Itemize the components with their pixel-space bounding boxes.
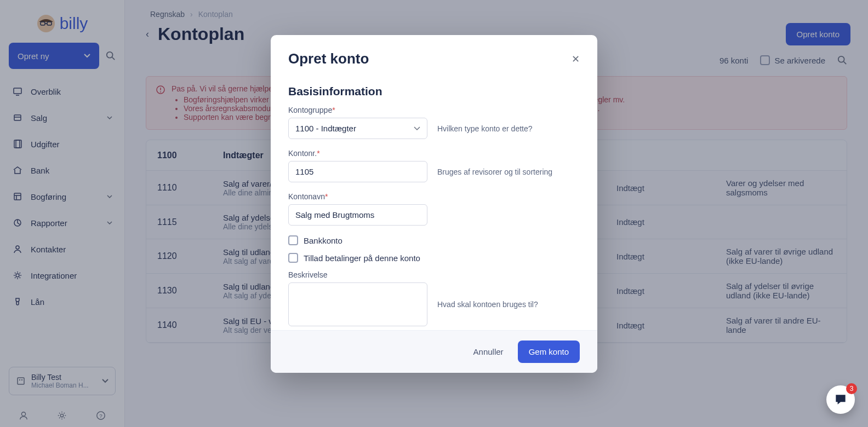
description-hint: Hvad skal kontoen bruges til? xyxy=(437,300,580,309)
bank-account-checkbox[interactable]: Bankkonto xyxy=(288,235,580,245)
checkbox-icon xyxy=(288,253,298,263)
account-number-label: Kontonr.* xyxy=(288,149,580,158)
account-group-hint: Hvilken type konto er dette? xyxy=(437,124,580,133)
close-icon[interactable]: ✕ xyxy=(572,53,580,65)
chat-widget[interactable]: 3 xyxy=(826,385,855,414)
account-group-label: Kontogruppe* xyxy=(288,106,580,114)
section-heading: Basisinformation xyxy=(288,85,580,98)
chat-badge: 3 xyxy=(846,383,857,394)
chevron-down-icon xyxy=(414,126,420,131)
account-group-select[interactable]: 1100 - Indtægter xyxy=(288,118,427,139)
allow-payments-checkbox[interactable]: Tillad betalinger på denne konto xyxy=(288,253,580,263)
modal-title: Opret konto xyxy=(288,50,572,67)
cancel-button[interactable]: Annuller xyxy=(466,341,511,363)
description-textarea[interactable] xyxy=(288,282,427,326)
create-account-modal: Opret konto ✕ Basisinformation Kontogrup… xyxy=(271,35,597,373)
checkbox-icon xyxy=(288,235,298,245)
account-name-label: Kontonavn* xyxy=(288,192,580,201)
chat-icon xyxy=(833,393,848,407)
save-button[interactable]: Gem konto xyxy=(518,341,580,363)
account-name-input[interactable] xyxy=(288,204,427,226)
description-label: Beskrivelse xyxy=(288,270,580,279)
account-number-hint: Bruges af revisorer og til sortering xyxy=(437,168,580,176)
account-number-input[interactable] xyxy=(288,161,427,182)
